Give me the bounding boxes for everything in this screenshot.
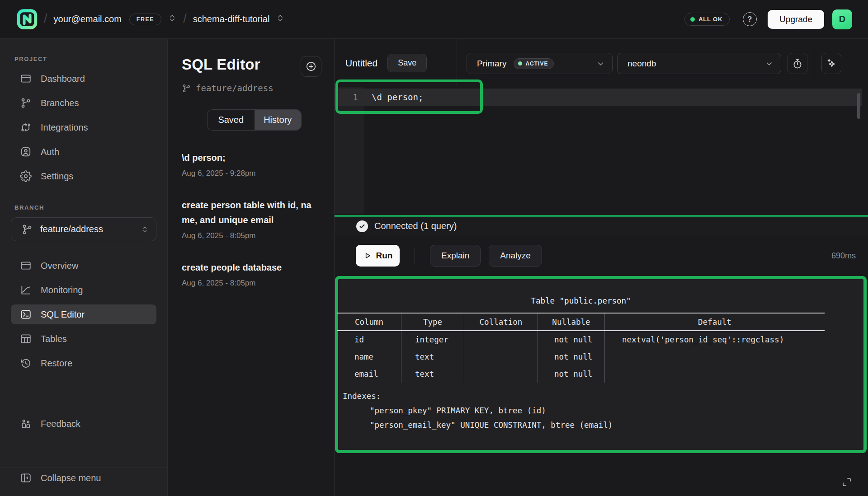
table-cell: name [337, 348, 401, 365]
sidebar-item-settings[interactable]: Settings [11, 166, 156, 186]
project-switcher-chevron[interactable] [276, 12, 285, 26]
compute-status-text: ACTIVE [525, 61, 548, 67]
breadcrumb-separator: / [44, 12, 47, 26]
collapse-menu-button[interactable]: Collapse menu [11, 468, 156, 488]
branch-selector[interactable]: feature/address [11, 217, 156, 241]
gear-icon [20, 170, 32, 182]
sidebar-item-label: Restore [41, 358, 72, 369]
history-item-title: create person table with id, na me, and … [182, 198, 321, 228]
git-branch-icon [21, 224, 33, 235]
result-table-body: id integer not null nextval('person_id_s… [337, 331, 825, 383]
table-row: email text not null [337, 365, 825, 383]
column-header: Collation [464, 314, 538, 330]
query-actions-row: Run Explain Analyze 690ms [335, 235, 868, 276]
history-list-item[interactable]: \d person; Aug 6, 2025 - 9:28pm [182, 150, 321, 178]
sidebar-item-label: Branches [41, 98, 79, 108]
current-branch-label: feature/address [196, 83, 274, 93]
connection-status-text: Connected (1 query) [374, 221, 457, 231]
query-tab-strip: Untitled Save [335, 39, 457, 87]
current-branch: feature/address [182, 83, 321, 93]
table-cell: id [337, 331, 401, 348]
table-cell [464, 331, 538, 348]
sidebar-item-restore[interactable]: Restore [11, 353, 156, 373]
new-query-button[interactable] [301, 56, 321, 77]
result-table-title: Table "public.person" [337, 296, 825, 305]
editor-pane: Untitled Save Primary ACTIVE neondb [335, 39, 868, 496]
table-cell [605, 348, 825, 365]
query-tab[interactable]: Untitled [345, 58, 377, 69]
avatar[interactable]: D [832, 9, 852, 29]
sidebar-item-monitoring[interactable]: Monitoring [11, 280, 156, 300]
history-list-item[interactable]: create people database Aug 6, 2025 - 8:0… [182, 260, 321, 288]
sidebar-item-label: Feedback [41, 419, 80, 429]
project-breadcrumb[interactable]: schema-diff-tutorial [193, 14, 270, 24]
query-duration: 690ms [831, 251, 856, 261]
toolbar-divider [814, 47, 814, 80]
sidebar-item-tables[interactable]: Tables [11, 329, 156, 349]
table-cell: not null [538, 348, 605, 365]
table-row: id integer not null nextval('person_id_s… [337, 331, 825, 348]
neon-console: / your@email.com FREE / schema-diff-tuto… [0, 0, 868, 496]
status-text: ALL OK [698, 16, 722, 23]
database-selector[interactable]: neondb [617, 53, 781, 74]
overview-icon [20, 260, 32, 271]
upgrade-button[interactable]: Upgrade [768, 10, 824, 29]
sidebar-item-auth[interactable]: Auth [11, 142, 156, 162]
run-button[interactable]: Run [356, 245, 400, 267]
table-cell: integer [401, 331, 464, 348]
account-switcher-chevron[interactable] [168, 12, 177, 26]
neon-logo[interactable] [17, 9, 38, 30]
sidebar-item-label: SQL Editor [41, 309, 85, 320]
sidebar-item-label: Overview [41, 261, 78, 271]
account-breadcrumb[interactable]: your@email.com [54, 14, 122, 24]
feedback-icon [20, 418, 32, 430]
index-line: "person_email_key" UNIQUE CONSTRAINT, bt… [343, 418, 613, 432]
help-button[interactable]: ? [740, 9, 760, 29]
database-selector-value: neondb [627, 59, 656, 69]
sidebar-item-dashboard[interactable]: Dashboard [11, 69, 156, 89]
tables-icon [20, 333, 32, 345]
table-cell [464, 365, 538, 383]
expand-results-button[interactable] [840, 475, 854, 489]
sidebar-item-branches[interactable]: Branches [11, 93, 156, 113]
tab-history[interactable]: History [255, 110, 302, 130]
status-dot-icon [690, 17, 695, 22]
history-item-title: create people database [182, 260, 321, 275]
analyze-button[interactable]: Analyze [489, 245, 542, 267]
code-line[interactable]: \d person; [372, 92, 423, 102]
sidebar-item-overview[interactable]: Overview [11, 256, 156, 276]
plus-circle-icon [305, 61, 317, 72]
ai-assist-button[interactable] [821, 53, 841, 74]
integrations-icon [20, 122, 32, 133]
query-timing-button[interactable] [788, 53, 807, 74]
sidebar-item-integrations[interactable]: Integrations [11, 117, 156, 137]
table-cell: text [401, 348, 464, 365]
column-header: Default [605, 314, 825, 330]
plan-badge: FREE [129, 14, 161, 25]
table-cell: not null [538, 331, 605, 348]
explain-button[interactable]: Explain [430, 245, 481, 267]
sidebar-item-sql-editor[interactable]: SQL Editor [11, 304, 156, 324]
status-badge[interactable]: ALL OK [684, 13, 730, 26]
expand-icon [841, 477, 852, 487]
sidebar-item-label: Collapse menu [41, 473, 101, 483]
compute-selector[interactable]: Primary ACTIVE [467, 53, 613, 74]
sidebar-item-label: Tables [41, 334, 67, 344]
save-button[interactable]: Save [387, 54, 427, 72]
sidebar-divider [0, 468, 168, 468]
history-list-item[interactable]: create person table with id, na me, and … [182, 198, 321, 240]
table-cell [605, 365, 825, 383]
sql-editor-panel: SQL Editor feature/address Saved History… [168, 39, 335, 496]
sql-editor-icon [20, 309, 32, 320]
connection-status-bar: Connected (1 query) [335, 217, 868, 235]
sidebar-item-feedback[interactable]: Feedback [11, 414, 156, 434]
auth-icon [20, 146, 32, 158]
table-cell: not null [538, 365, 605, 383]
sidebar: PROJECT Dashboard Branches Integrations … [0, 39, 168, 496]
editor-scrollbar[interactable] [857, 93, 860, 119]
monitoring-icon [20, 284, 32, 296]
editor-current-line[interactable]: 1 \d person; [335, 89, 862, 106]
tab-saved[interactable]: Saved [208, 110, 255, 130]
indexes-label: Indexes: [343, 389, 613, 403]
column-header: Nullable [538, 314, 605, 330]
